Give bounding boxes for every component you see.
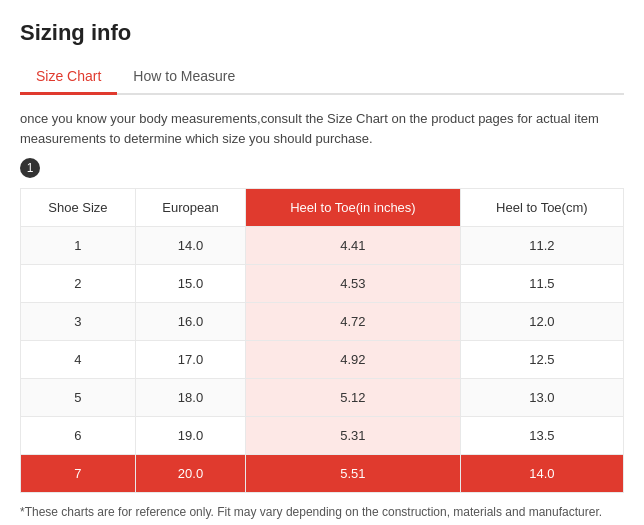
tab-size-chart[interactable]: Size Chart [20,60,117,95]
size-table: Shoe Size European Heel to Toe(in inches… [20,188,624,493]
col-header-european: European [135,189,245,227]
table-cell: 4.53 [246,265,460,303]
table-cell: 5.51 [246,455,460,493]
table-cell: 12.0 [460,303,623,341]
table-cell: 14.0 [460,455,623,493]
table-cell: 15.0 [135,265,245,303]
table-header: Shoe Size European Heel to Toe(in inches… [21,189,624,227]
table-cell: 1 [21,227,136,265]
tab-how-to-measure[interactable]: How to Measure [117,60,251,95]
table-cell: 5 [21,379,136,417]
step-badge: 1 [20,158,40,178]
table-cell: 18.0 [135,379,245,417]
table-cell: 11.5 [460,265,623,303]
footnote-text: *These charts are for reference only. Fi… [20,505,624,519]
table-cell: 2 [21,265,136,303]
table-cell: 11.2 [460,227,623,265]
table-cell: 4.72 [246,303,460,341]
table-cell: 17.0 [135,341,245,379]
tabs-container: Size Chart How to Measure [20,60,624,95]
table-cell: 16.0 [135,303,245,341]
col-header-shoe-size: Shoe Size [21,189,136,227]
col-header-heel-cm: Heel to Toe(cm) [460,189,623,227]
table-cell: 13.0 [460,379,623,417]
table-cell: 13.5 [460,417,623,455]
table-cell: 20.0 [135,455,245,493]
table-cell: 19.0 [135,417,245,455]
table-cell: 3 [21,303,136,341]
table-cell: 5.31 [246,417,460,455]
table-cell: 5.12 [246,379,460,417]
table-cell: 12.5 [460,341,623,379]
col-header-heel-in: Heel to Toe(in inches) [246,189,460,227]
table-cell: 4.92 [246,341,460,379]
table-cell: 4 [21,341,136,379]
table-cell: 7 [21,455,136,493]
description-text: once you know your body measurements,con… [20,109,624,148]
table-body: 114.04.4111.2215.04.5311.5316.04.7212.04… [21,227,624,493]
table-cell: 6 [21,417,136,455]
page-title: Sizing info [20,20,624,46]
table-cell: 14.0 [135,227,245,265]
table-cell: 4.41 [246,227,460,265]
